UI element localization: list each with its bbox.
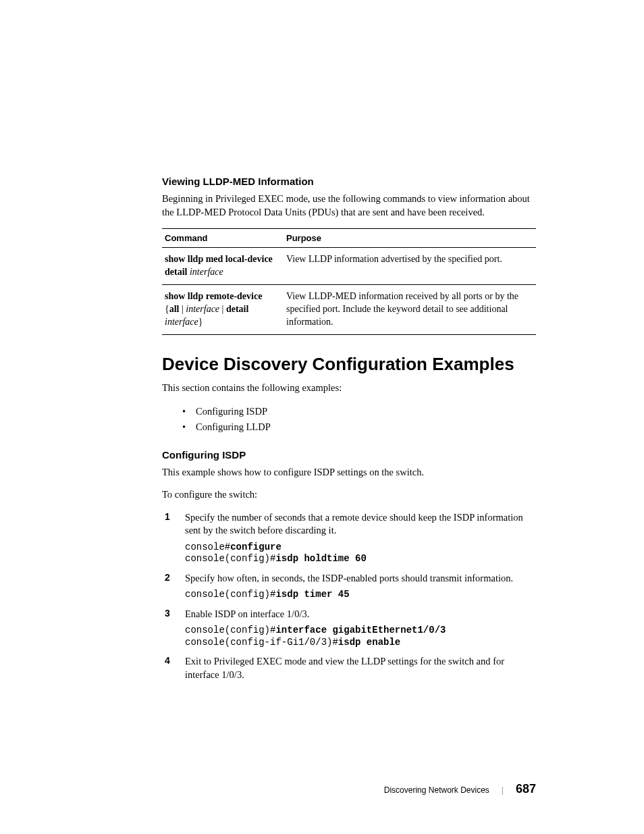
- intro-paragraph: To configure the switch:: [162, 488, 536, 502]
- subsection-heading: Configuring ISDP: [162, 449, 536, 461]
- purpose-cell: View LLDP information advertised by the …: [284, 248, 536, 285]
- step-text: Enable ISDP on interface 1/0/3.: [185, 608, 536, 621]
- step-item: Exit to Privileged EXEC mode and view th…: [185, 655, 536, 681]
- intro-paragraph: This section contains the following exam…: [162, 382, 536, 395]
- table-header-purpose: Purpose: [284, 229, 536, 248]
- intro-paragraph: This example shows how to configure ISDP…: [162, 466, 536, 479]
- subsection-heading: Viewing LLDP-MED Information: [162, 176, 536, 187]
- step-text: Exit to Privileged EXEC mode and view th…: [185, 655, 536, 681]
- step-list: Specify the number of seconds that a rem…: [185, 511, 536, 682]
- page-footer: Discovering Network Devices | 687: [384, 782, 536, 796]
- table-row: show lldp remote-device {all | interface…: [162, 284, 536, 334]
- command-cell: show lldp med local-device detail interf…: [162, 248, 284, 285]
- code-block: console(config)#isdp timer 45: [185, 589, 536, 601]
- purpose-cell: View LLDP-MED information received by al…: [284, 284, 536, 334]
- step-item: Enable ISDP on interface 1/0/3. console(…: [185, 608, 536, 649]
- table-header-command: Command: [162, 229, 284, 248]
- intro-paragraph: Beginning in Privileged EXEC mode, use t…: [162, 192, 536, 219]
- table-row: show lldp med local-device detail interf…: [162, 248, 536, 285]
- step-text: Specify the number of seconds that a rem…: [185, 511, 536, 538]
- command-table: Command Purpose show lldp med local-devi…: [162, 228, 536, 334]
- command-cell: show lldp remote-device {all | interface…: [162, 284, 284, 334]
- footer-divider: |: [502, 785, 504, 795]
- step-item: Specify how often, in seconds, the ISDP-…: [185, 572, 536, 601]
- section-configuring-isdp: Configuring ISDP This example shows how …: [162, 449, 536, 682]
- code-block: console#configure console(config)#isdp h…: [185, 542, 536, 565]
- page-number: 687: [516, 782, 536, 796]
- step-text: Specify how often, in seconds, the ISDP-…: [185, 572, 536, 585]
- section-config-examples: Device Discovery Configuration Examples …: [162, 354, 536, 436]
- section-viewing-lldp-med: Viewing LLDP-MED Information Beginning i…: [162, 176, 536, 335]
- step-item: Specify the number of seconds that a rem…: [185, 511, 536, 565]
- footer-chapter: Discovering Network Devices: [384, 785, 489, 795]
- code-block: console(config)#interface gigabitEtherne…: [185, 625, 536, 648]
- list-item: Configuring LLDP: [182, 419, 536, 435]
- list-item: Configuring ISDP: [182, 404, 536, 419]
- section-title: Device Discovery Configuration Examples: [162, 354, 536, 375]
- example-list: Configuring ISDP Configuring LLDP: [182, 404, 536, 435]
